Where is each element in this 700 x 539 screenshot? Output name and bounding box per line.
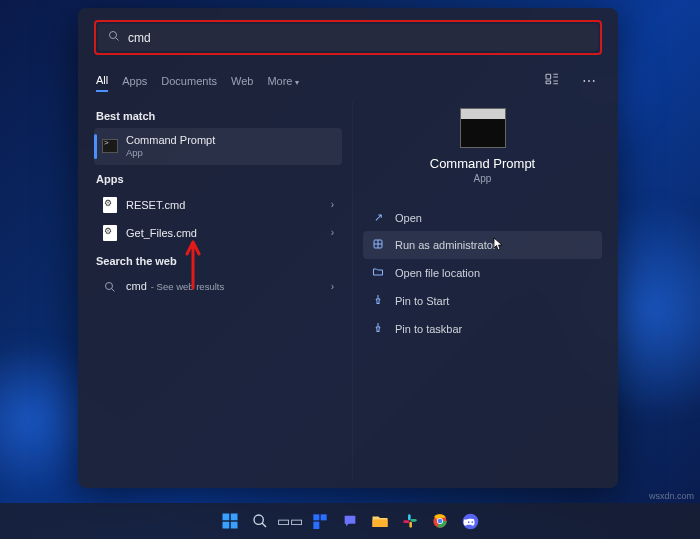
web-result-hint: - See web results [151,281,224,292]
chevron-right-icon: › [331,227,334,238]
command-prompt-icon [102,138,118,154]
section-apps: Apps [96,173,342,185]
slack-icon[interactable] [398,509,422,533]
search-icon [102,279,118,295]
tab-documents[interactable]: Documents [161,71,217,91]
best-match-item[interactable]: Command Prompt App [94,128,342,165]
action-pin-to-start[interactable]: Pin to Start [363,287,602,315]
svg-rect-13 [313,514,319,520]
results-column: Best match Command Prompt App Apps RESET… [94,102,342,480]
svg-point-0 [110,32,117,39]
cmd-file-icon [102,225,118,241]
chevron-down-icon: ▾ [295,78,299,87]
preview-pane: Command Prompt App ↗ Open Run as adminis… [352,102,602,480]
svg-point-26 [471,521,473,523]
section-search-web: Search the web [96,255,342,267]
svg-line-12 [262,523,266,527]
pin-icon [371,322,385,336]
svg-rect-15 [313,522,319,529]
svg-rect-2 [546,74,551,79]
action-pin-to-taskbar[interactable]: Pin to taskbar [363,315,602,343]
pin-icon [371,294,385,308]
svg-point-11 [254,515,263,524]
preview-subtitle: App [363,173,602,184]
svg-rect-16 [373,520,388,528]
search-icon [108,30,120,45]
svg-rect-14 [321,514,327,520]
preview-title: Command Prompt [363,156,602,171]
command-prompt-large-icon [460,108,506,148]
svg-rect-19 [409,522,412,528]
search-input[interactable] [128,31,588,45]
svg-rect-17 [408,514,411,520]
search-box[interactable] [98,24,598,51]
open-icon: ↗ [371,211,385,224]
more-options-icon[interactable]: ⋯ [578,71,600,91]
svg-point-4 [106,282,113,289]
svg-rect-8 [231,514,238,521]
taskbar-search-icon[interactable] [248,509,272,533]
account-app-icon[interactable] [540,69,564,92]
svg-rect-7 [223,514,230,521]
discord-icon[interactable] [458,509,482,533]
tab-all[interactable]: All [96,70,108,92]
tab-apps[interactable]: Apps [122,71,147,91]
best-match-title: Command Prompt [126,134,215,147]
chat-icon[interactable] [338,509,362,533]
svg-point-23 [438,519,443,524]
svg-rect-20 [403,520,409,523]
widgets-icon[interactable] [308,509,332,533]
svg-rect-18 [411,519,417,522]
action-run-as-admin[interactable]: Run as administrator [363,231,602,259]
taskbar: ▭▭ [0,503,700,539]
folder-icon [371,266,385,280]
task-view-icon[interactable]: ▭▭ [278,509,302,533]
watermark-text: wsxdn.com [649,491,694,501]
section-best-match: Best match [96,110,342,122]
svg-line-1 [116,38,119,41]
chrome-icon[interactable] [428,509,452,533]
tab-more[interactable]: More▾ [267,71,299,91]
svg-rect-3 [546,81,551,84]
chevron-right-icon: › [331,281,334,292]
tab-web[interactable]: Web [231,71,253,91]
best-match-subtitle: App [126,147,215,158]
start-button[interactable] [218,509,242,533]
svg-rect-10 [231,522,238,529]
action-open[interactable]: ↗ Open [363,204,602,231]
app-result-item[interactable]: Get_Files.cmd › [94,219,342,247]
shield-icon [371,238,385,252]
web-result-item[interactable]: cmd - See web results › [94,273,342,301]
chevron-right-icon: › [331,199,334,210]
file-explorer-icon[interactable] [368,509,392,533]
svg-point-25 [467,521,469,523]
action-open-file-location[interactable]: Open file location [363,259,602,287]
svg-rect-9 [223,522,230,529]
start-search-panel: All Apps Documents Web More▾ ⋯ Best matc… [78,8,618,488]
filter-tab-row: All Apps Documents Web More▾ ⋯ [94,65,602,92]
search-highlight-box [94,20,602,55]
app-result-item[interactable]: RESET.cmd › [94,191,342,219]
cmd-file-icon [102,197,118,213]
svg-line-5 [112,288,115,291]
